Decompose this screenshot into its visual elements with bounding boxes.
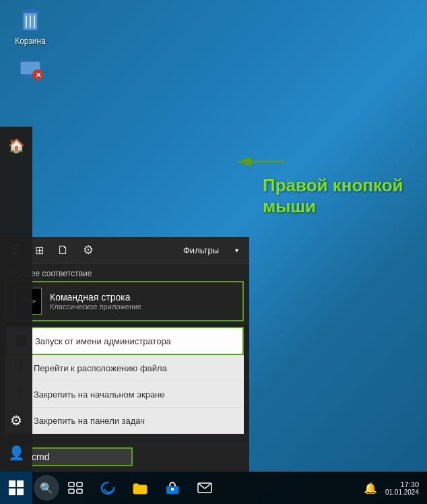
svg-rect-28 [77, 482, 82, 486]
context-item-pin-taskbar-label: Закрепить на панели задач [34, 416, 145, 426]
start-menu-topbar: ☰ ⊞ 🗋 ⚙ Фильтры ▾ [0, 237, 249, 263]
context-item-run-admin-label: Запуск от имени администратора [35, 336, 171, 346]
recycle-bin-icon[interactable]: Корзина [7, 7, 54, 46]
taskbar-right: 🔔 17:30 01.01.2024 [364, 480, 427, 496]
taskview-icon [68, 482, 83, 494]
svg-text:✕: ✕ [36, 71, 41, 79]
instruction-text: Правой кнопкой мыши [263, 175, 403, 217]
context-item-pin-start-label: Закрепить на начальном экране [34, 389, 165, 400]
taskbar-search-button[interactable]: 🔍 [34, 475, 59, 501]
context-item-goto-file-label: Перейти к расположению файла [34, 363, 167, 373]
context-item-pin-start[interactable]: Закрепить на начальном экране [5, 381, 244, 408]
search-input[interactable] [25, 447, 133, 466]
time-display: 17:30 [400, 480, 419, 489]
desktop: Корзина ✕ Правой кнопкой мыши ☰ [0, 0, 427, 504]
notification-icon[interactable]: 🔔 [364, 482, 377, 495]
section-label: Лучшее соответствие [0, 263, 249, 281]
filters-label[interactable]: Фильтры [183, 245, 219, 255]
start-button[interactable] [0, 472, 32, 504]
result-item[interactable]: C:\> Командная строка Классическое прило… [5, 281, 244, 321]
arrow-annotation [234, 152, 288, 172]
date-display: 01.01.2024 [385, 489, 419, 496]
taskbar-taskview[interactable] [59, 472, 92, 504]
gear-icon-topbar[interactable]: ⚙ [83, 243, 94, 257]
recycle-bin-label: Корзина [15, 36, 46, 46]
home-sidebar-icon[interactable]: 🏠 [8, 137, 25, 154]
context-item-run-admin[interactable]: Запуск от имени администратора [5, 327, 244, 355]
gear-sidebar-icon[interactable]: ⚙ [10, 412, 22, 429]
app-name: Командная строка [50, 292, 141, 303]
network-icon-desktop[interactable]: ✕ [7, 55, 54, 85]
start-menu: ☰ ⊞ 🗋 ⚙ Фильтры ▾ Лучшее соответствие C:… [0, 237, 249, 472]
context-item-pin-taskbar[interactable]: Закрепить на панели задач [5, 408, 244, 434]
file-icon[interactable]: 🗋 [57, 243, 69, 257]
grid-icon[interactable]: ⊞ [35, 244, 44, 257]
taskbar-edge[interactable] [92, 472, 124, 504]
svg-rect-27 [69, 482, 74, 486]
user-sidebar-icon[interactable]: 👤 [8, 445, 25, 461]
taskbar: 🔍 [0, 472, 427, 504]
filters-chevron-icon: ▾ [235, 247, 238, 254]
svg-rect-29 [69, 489, 74, 493]
taskbar-search-icon: 🔍 [40, 482, 53, 495]
context-menu: Запуск от имени администратора Перейти к… [5, 327, 244, 434]
network-svg: ✕ [18, 56, 43, 82]
app-type: Классическое приложение [50, 303, 141, 311]
edge-icon [100, 480, 115, 495]
app-info: Командная строка Классическое приложение [50, 292, 141, 311]
mail-icon [197, 482, 212, 494]
taskbar-explorer[interactable] [124, 472, 156, 504]
recycle-bin-svg [18, 7, 43, 33]
taskbar-mail[interactable] [189, 472, 221, 504]
svg-rect-33 [171, 488, 174, 491]
taskbar-clock: 17:30 01.01.2024 [385, 480, 419, 496]
windows-logo-icon [9, 480, 24, 495]
context-item-goto-file[interactable]: Перейти к расположению файла [5, 355, 244, 381]
taskbar-store[interactable] [156, 472, 189, 504]
search-bar: 🔍 [0, 442, 249, 472]
store-icon [165, 480, 180, 495]
explorer-icon [133, 481, 147, 495]
svg-rect-2 [27, 9, 34, 11]
svg-rect-30 [77, 489, 82, 493]
